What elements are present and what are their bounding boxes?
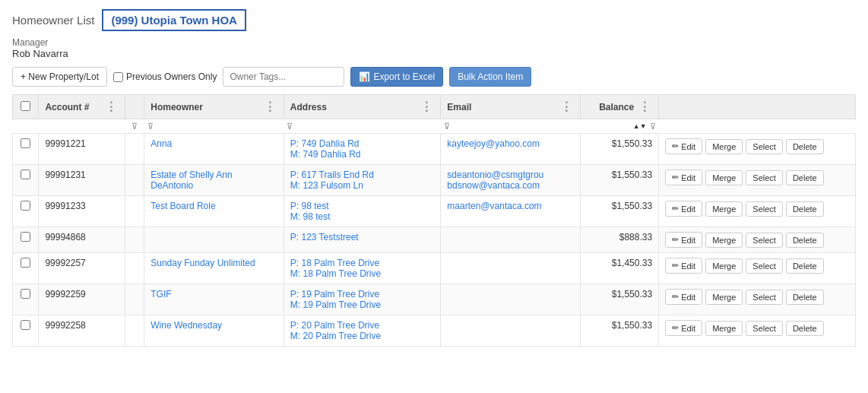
- filter-homeowner-cell: ⊽: [144, 119, 284, 134]
- row-account-spacer: [125, 196, 144, 227]
- delete-button[interactable]: Delete: [786, 290, 824, 305]
- bulk-action-button[interactable]: Bulk Action Item: [449, 67, 531, 87]
- edit-button[interactable]: ✏ Edit: [665, 258, 702, 274]
- select-button[interactable]: Select: [746, 201, 783, 217]
- email-link[interactable]: maarten@vantaca.com: [447, 201, 541, 211]
- edit-button[interactable]: ✏ Edit: [665, 201, 702, 217]
- row-checkbox[interactable]: [21, 232, 30, 242]
- new-property-button[interactable]: + New Property/Lot: [12, 67, 107, 87]
- account-filter-icon[interactable]: ⊽: [131, 122, 138, 131]
- address-p-link[interactable]: P: 749 Dahlia Rd: [290, 138, 360, 149]
- address-p-link[interactable]: P: 98 test: [290, 201, 329, 211]
- select-button[interactable]: Select: [746, 170, 783, 185]
- export-to-excel-button[interactable]: 📊 Export to Excel: [350, 67, 443, 87]
- merge-button[interactable]: Merge: [705, 139, 743, 154]
- row-checkbox[interactable]: [21, 320, 30, 330]
- delete-button[interactable]: Delete: [786, 170, 824, 185]
- row-checkbox[interactable]: [21, 258, 30, 268]
- address-p-link[interactable]: P: 617 Trails End Rd: [290, 170, 374, 180]
- row-account: 99992259: [39, 284, 125, 315]
- merge-button[interactable]: Merge: [705, 233, 743, 248]
- balance-filter-icon[interactable]: ⊽: [650, 122, 656, 132]
- page-header: Homeowner List (999) Utopia Town HOA: [12, 9, 856, 31]
- account-col-menu-icon[interactable]: ⋮: [103, 100, 119, 114]
- row-checkbox-cell: [13, 165, 39, 196]
- address-m-link[interactable]: M: 749 Dahlia Rd: [290, 149, 361, 160]
- select-all-checkbox[interactable]: [21, 101, 30, 111]
- merge-button[interactable]: Merge: [705, 170, 743, 185]
- delete-label: Delete: [793, 324, 817, 333]
- edit-button[interactable]: ✏ Edit: [665, 170, 702, 185]
- row-balance: $1,450.33: [580, 253, 658, 284]
- homeowner-filter-icon[interactable]: ⊽: [147, 122, 154, 131]
- address-p-link[interactable]: P: 19 Palm Tree Drive: [290, 289, 379, 300]
- delete-button[interactable]: Delete: [786, 201, 824, 217]
- merge-button[interactable]: Merge: [705, 201, 743, 217]
- address-p-link[interactable]: P: 123 Teststreet: [290, 232, 359, 242]
- delete-button[interactable]: Delete: [786, 139, 824, 154]
- address-filter-icon[interactable]: ⊽: [287, 122, 293, 131]
- merge-button[interactable]: Merge: [705, 321, 743, 336]
- select-button[interactable]: Select: [746, 321, 783, 336]
- select-button[interactable]: Select: [746, 233, 783, 248]
- row-email: [441, 253, 581, 284]
- address-m-link[interactable]: M: 19 Palm Tree Drive: [290, 300, 381, 310]
- edit-label: Edit: [681, 324, 695, 333]
- prev-owners-checkbox[interactable]: [113, 72, 123, 82]
- table-header-row: Account # ⋮ Homeowner ⋮ Address ⋮: [13, 95, 856, 119]
- select-button[interactable]: Select: [746, 290, 783, 305]
- edit-button[interactable]: ✏ Edit: [665, 138, 702, 154]
- row-actions-cell: ✏ Edit Merge Select Delete: [659, 165, 856, 196]
- address-p-link[interactable]: P: 18 Palm Tree Drive: [290, 258, 379, 268]
- edit-button[interactable]: ✏ Edit: [665, 232, 702, 248]
- email-link[interactable]: bdsnow@vantaca.com: [447, 180, 540, 191]
- address-m-link[interactable]: M: 20 Palm Tree Drive: [290, 331, 381, 341]
- homeowner-col-menu-icon[interactable]: ⋮: [262, 100, 277, 114]
- pencil-icon: ✏: [672, 141, 679, 151]
- row-address: P: 19 Palm Tree DriveM: 19 Palm Tree Dri…: [284, 284, 441, 315]
- address-m-link[interactable]: M: 98 test: [290, 211, 331, 222]
- row-homeowner[interactable]: Test Board Role: [144, 196, 284, 227]
- row-checkbox[interactable]: [21, 289, 30, 299]
- row-homeowner[interactable]: [144, 227, 284, 253]
- row-homeowner[interactable]: Sunday Funday Unlimited: [144, 253, 284, 284]
- address-m-link[interactable]: M: 123 Fulsom Ln: [290, 180, 363, 191]
- select-button[interactable]: Select: [746, 258, 783, 274]
- row-homeowner[interactable]: Estate of Shelly Ann DeAntonio: [144, 165, 284, 196]
- email-col-menu-icon[interactable]: ⋮: [559, 100, 574, 114]
- address-p-link[interactable]: P: 20 Palm Tree Drive: [290, 320, 379, 331]
- merge-button[interactable]: Merge: [705, 258, 743, 274]
- manager-name: Rob Navarra: [12, 48, 856, 59]
- toolbar: + New Property/Lot Previous Owners Only …: [12, 67, 856, 87]
- balance-sort-icon[interactable]: ▲▼: [633, 122, 647, 130]
- row-checkbox[interactable]: [21, 170, 30, 179]
- email-link[interactable]: sdeantonio@csmgtgrou: [447, 170, 543, 180]
- row-actions-cell: ✏ Edit Merge Select Delete: [659, 315, 856, 347]
- address-col-menu-icon[interactable]: ⋮: [419, 100, 434, 114]
- row-homeowner[interactable]: Wine Wednesday: [144, 315, 284, 347]
- delete-button[interactable]: Delete: [786, 233, 824, 248]
- delete-button[interactable]: Delete: [786, 321, 824, 336]
- row-checkbox[interactable]: [21, 201, 30, 211]
- merge-button[interactable]: Merge: [705, 290, 743, 305]
- prev-owners-checkbox-label[interactable]: Previous Owners Only: [113, 71, 217, 82]
- address-m-link[interactable]: M: 18 Palm Tree Drive: [290, 268, 381, 279]
- select-label: Select: [752, 236, 776, 245]
- owner-tags-input[interactable]: [223, 67, 344, 87]
- row-account: 99992258: [39, 315, 125, 347]
- row-account: 99992257: [39, 253, 125, 284]
- edit-button[interactable]: ✏ Edit: [665, 289, 702, 305]
- delete-button[interactable]: Delete: [786, 258, 824, 274]
- row-address: P: 18 Palm Tree DriveM: 18 Palm Tree Dri…: [284, 253, 441, 284]
- row-checkbox[interactable]: [21, 138, 30, 148]
- row-homeowner[interactable]: Anna: [144, 134, 284, 165]
- row-account-spacer: [125, 284, 144, 315]
- edit-button[interactable]: ✏ Edit: [665, 320, 702, 336]
- select-button[interactable]: Select: [746, 139, 783, 154]
- table-filter-row: ⊽ ⊽ ⊽ ⊽ ▲▼ ⊽: [13, 119, 856, 134]
- email-link[interactable]: kayteejoy@yahoo.com: [447, 138, 540, 149]
- row-homeowner[interactable]: TGIF: [144, 284, 284, 315]
- row-actions-cell: ✏ Edit Merge Select Delete: [659, 134, 856, 165]
- email-filter-icon[interactable]: ⊽: [444, 122, 450, 131]
- balance-col-menu-icon[interactable]: ⋮: [637, 100, 652, 114]
